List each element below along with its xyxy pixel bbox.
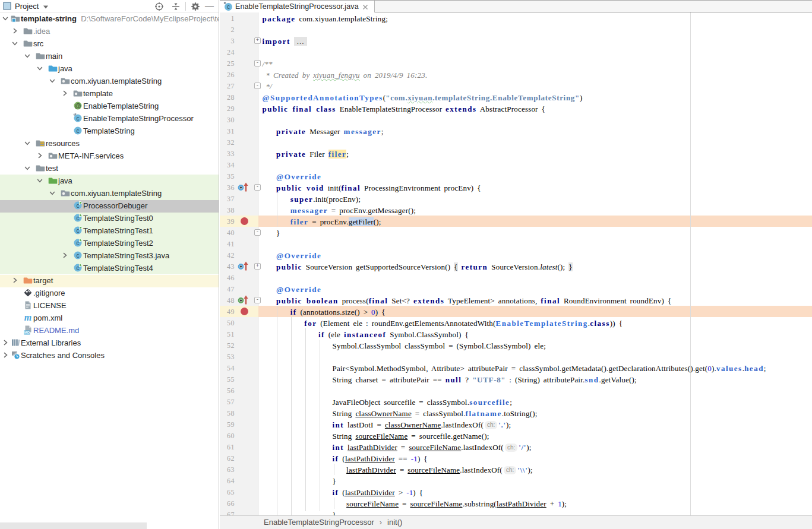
svg-text:c: c (227, 4, 230, 10)
svg-text:c: c (77, 252, 80, 259)
svg-text:c: c (77, 227, 80, 234)
svg-text:@: @ (74, 102, 81, 109)
svg-text:m: m (24, 313, 31, 322)
svg-text:c: c (77, 215, 80, 221)
svg-text:c: c (77, 202, 80, 209)
svg-text:c: c (77, 115, 80, 122)
svg-text:c: c (77, 240, 80, 246)
svg-text:MD: MD (24, 331, 30, 334)
svg-text:c: c (77, 128, 80, 134)
svg-text:c: c (77, 265, 80, 271)
